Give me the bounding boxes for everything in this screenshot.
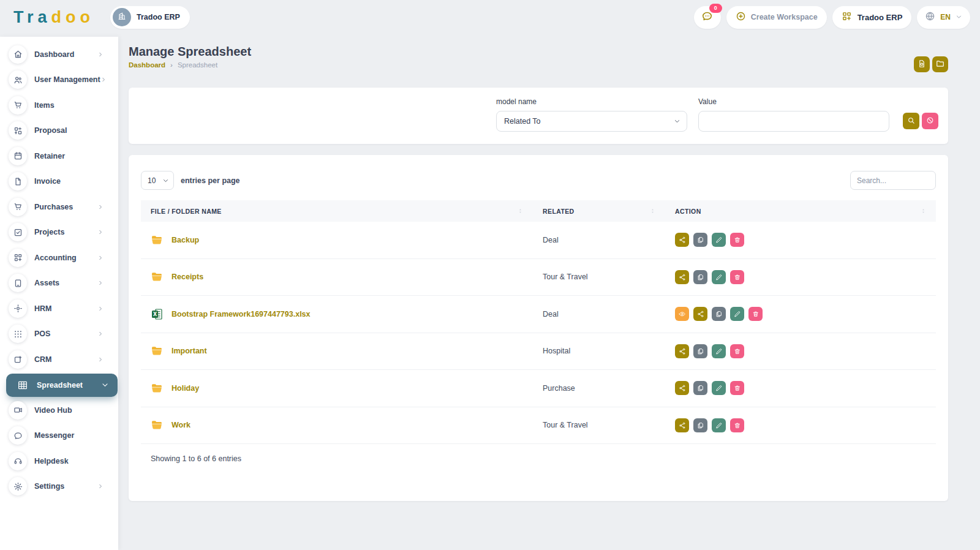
copy-button[interactable] [693,381,707,395]
breadcrumb-dashboard-link[interactable]: Dashboard [129,61,165,69]
copy-button[interactable] [693,233,707,247]
filter-search-button[interactable] [903,113,919,129]
sidebar-item-projects[interactable]: Projects [0,220,118,246]
chevron-down-icon [101,381,109,389]
sidebar-item-spreadsheet[interactable]: Spreadsheet [6,374,118,397]
create-workspace-button[interactable]: Create Workspace [726,6,827,29]
cell-related: Purchase [533,384,665,393]
sidebar-item-crm[interactable]: CRM [0,347,118,372]
table-body: BackupDealReceiptsTour & TravelXBootstra… [141,222,936,444]
cell-file-folder-name: XBootstrap Framework1697447793.xlsx [141,308,533,320]
sidebar-item-label: Video Hub [34,406,72,415]
delete-button[interactable] [748,307,763,321]
table-search-input[interactable] [850,171,936,190]
sidebar-item-accounting[interactable]: Accounting [0,245,118,271]
value-input[interactable] [698,111,889,132]
folder-name-link[interactable]: Receipts [172,273,203,281]
per-page-select-wrap: 10 [141,171,174,190]
copy-button[interactable] [693,270,707,284]
file-name-link[interactable]: Bootstrap Framework1697447793.xlsx [172,310,311,318]
sidebar-item-purchases[interactable]: Purchases [0,194,118,220]
edit-button[interactable] [712,418,726,432]
delete-button[interactable] [730,233,744,247]
share-button[interactable] [693,307,707,321]
sidebar-item-hrm[interactable]: HRM [0,296,118,322]
copy-button[interactable] [712,307,726,321]
sidebar-item-items[interactable]: Items [0,92,118,118]
edit-button[interactable] [730,307,744,321]
add-file-button[interactable] [914,56,930,72]
column-label: ACTION [675,208,701,215]
folder-name-link[interactable]: Holiday [172,384,199,393]
edit-button[interactable] [712,344,726,358]
edit-button[interactable] [712,233,726,247]
column-header-action[interactable]: ACTION [665,200,936,222]
sidebar-item-retainer[interactable]: Retainer [0,143,118,169]
delete-button[interactable] [730,418,744,432]
pencil-icon [715,385,723,392]
share-button[interactable] [675,270,689,284]
entries-per-page-select[interactable]: 10 [141,171,174,190]
clear-icon [926,116,934,126]
sidebar-item-messenger[interactable]: Messenger [0,423,118,449]
delete-button[interactable] [730,381,744,395]
sidebar-item-settings[interactable]: Settings [0,474,118,500]
share-button[interactable] [675,233,689,247]
workspace-avatar [113,8,131,26]
share-button[interactable] [675,418,689,432]
app-root: Tradoo Tradoo ERP 0 Create Workspace Tra… [0,0,980,550]
add-folder-button[interactable] [932,56,948,72]
cell-action [665,418,936,432]
sidebar-item-dashboard[interactable]: Dashboard [0,42,118,67]
sidebar-item-label: Messenger [34,431,74,440]
cell-related: Tour & Travel [533,273,665,281]
delete-button[interactable] [730,270,744,284]
copy-button[interactable] [693,344,707,358]
table-row: XBootstrap Framework1697447793.xlsxDeal [141,296,936,333]
sidebar-item-invoice[interactable]: Invoice [0,169,118,195]
table-row: ImportantHospital [141,333,936,371]
chevron-right-icon [100,77,107,83]
workspace-badge[interactable]: Tradoo ERP [110,6,190,29]
topbar-actions: 0 Create Workspace Tradoo ERP EN [694,6,970,29]
logo-text-secondary: doo [51,8,94,26]
chevron-right-icon [97,51,104,58]
table-row: BackupDeal [141,222,936,259]
sidebar-item-proposal[interactable]: Proposal [0,118,118,144]
sidebar-item-pos[interactable]: POS [0,322,118,347]
folder-name-link[interactable]: Important [172,347,207,355]
table-row: WorkTour & Travel [141,407,936,445]
chevron-right-icon [97,255,104,261]
edit-button[interactable] [712,270,726,284]
view-button[interactable] [675,307,689,321]
sidebar-item-user-management[interactable]: User Management [0,67,118,93]
folder-name-link[interactable]: Backup [172,236,199,244]
chevron-right-icon [97,306,104,312]
sidebar-item-assets[interactable]: Assets [0,271,118,296]
pencil-icon [715,422,723,429]
folder-name-link[interactable]: Work [172,421,190,429]
sidebar-item-helpdesk[interactable]: Helpdesk [0,448,118,474]
pencil-icon [715,236,723,244]
check-square-icon [9,223,27,241]
language-selector[interactable]: EN [917,6,970,29]
edit-button[interactable] [712,381,726,395]
share-button[interactable] [675,344,689,358]
folder-icon [151,234,163,246]
share-button[interactable] [675,381,689,395]
model-name-select[interactable]: Related To [496,111,687,132]
sidebar-item-video-hub[interactable]: Video Hub [0,397,118,423]
share-icon [679,274,686,281]
cell-file-folder-name: Important [141,345,533,357]
brand-logo: Tradoo [13,8,94,27]
copy-icon [697,236,704,244]
erp-menu-button[interactable]: Tradoo ERP [832,6,912,29]
copy-button[interactable] [693,418,707,432]
sidebar-item-label: Retainer [34,152,65,160]
column-header-related[interactable]: RELATED [533,200,665,222]
chat-notifications-button[interactable]: 0 [694,6,721,29]
filter-clear-button[interactable] [922,113,938,129]
delete-button[interactable] [730,344,744,358]
column-header-file-folder-name[interactable]: FILE / FOLDER NAME [141,200,533,222]
cell-action [665,381,936,395]
